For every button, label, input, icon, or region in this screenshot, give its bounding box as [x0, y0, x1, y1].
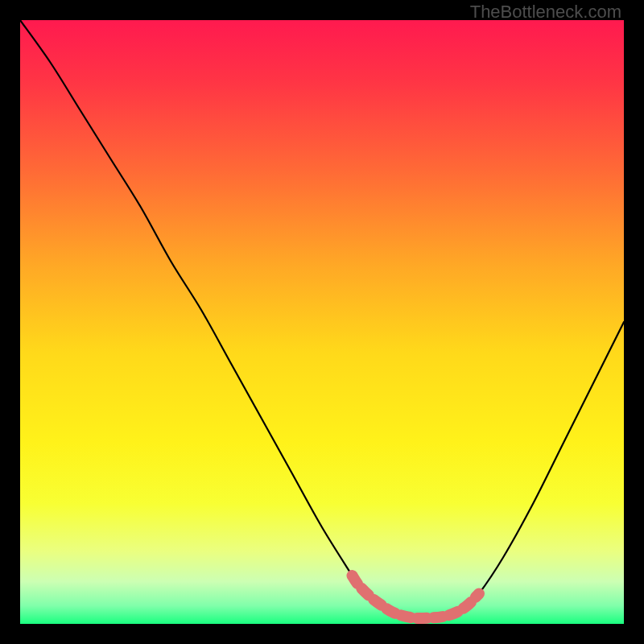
plot-region — [20, 20, 624, 624]
chart-svg — [20, 20, 624, 624]
gradient-background — [20, 20, 624, 624]
chart-viewport: TheBottleneck.com — [0, 0, 644, 644]
